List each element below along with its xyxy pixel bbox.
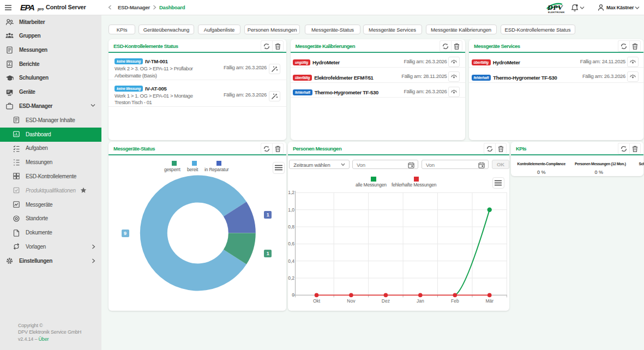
svg-text:Jan: Jan (417, 298, 424, 304)
svg-text:1,0: 1,0 (288, 207, 294, 213)
svg-text:Okt: Okt (313, 298, 321, 304)
svg-text:Mär: Mär (485, 298, 493, 304)
svg-text:0,6: 0,6 (288, 241, 294, 246)
svg-text:1,2: 1,2 (288, 190, 294, 195)
svg-text:Dez: Dez (382, 298, 390, 304)
svg-text:0,8: 0,8 (288, 224, 294, 230)
svg-text:Feb: Feb (451, 298, 459, 304)
svg-text:Nov: Nov (347, 298, 356, 304)
svg-text:0,2: 0,2 (288, 275, 294, 281)
svg-text:DPV: DPV (547, 3, 563, 11)
svg-text:0,4: 0,4 (288, 258, 294, 264)
svg-text:ELEKTRONIK: ELEKTRONIK (548, 11, 565, 14)
svg-text:0: 0 (292, 292, 294, 298)
